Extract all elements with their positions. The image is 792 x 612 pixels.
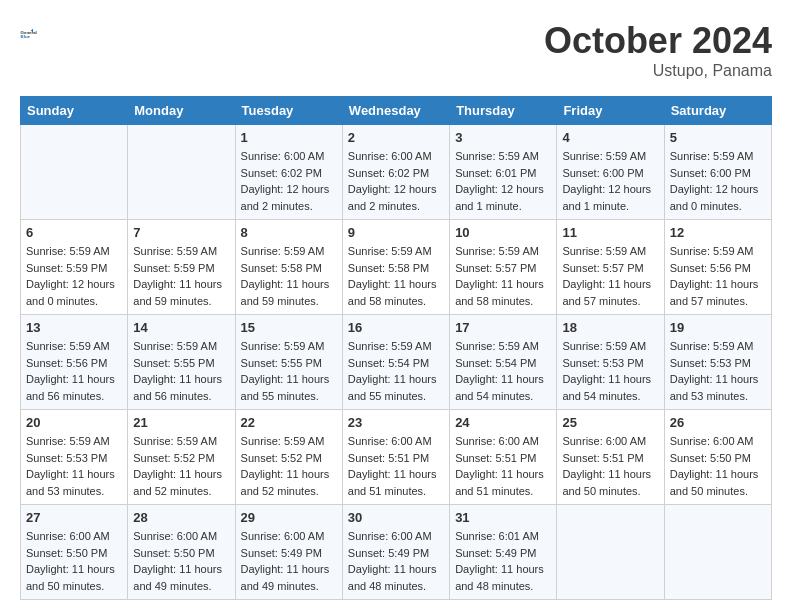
sunset-text: Sunset: 5:49 PM [348, 545, 444, 562]
day-detail: Sunrise: 5:59 AMSunset: 5:53 PMDaylight:… [26, 433, 122, 499]
sunrise-text: Sunrise: 5:59 AM [26, 243, 122, 260]
sunrise-text: Sunrise: 5:59 AM [133, 243, 229, 260]
calendar-cell [128, 125, 235, 220]
sunrise-text: Sunrise: 5:59 AM [455, 338, 551, 355]
sunset-text: Sunset: 5:53 PM [670, 355, 766, 372]
sunrise-text: Sunrise: 6:00 AM [26, 528, 122, 545]
day-number: 19 [670, 320, 766, 335]
day-detail: Sunrise: 5:59 AMSunset: 5:53 PMDaylight:… [562, 338, 658, 404]
sunset-text: Sunset: 5:51 PM [455, 450, 551, 467]
calendar-cell: 9Sunrise: 5:59 AMSunset: 5:58 PMDaylight… [342, 220, 449, 315]
calendar-header-row: Sunday Monday Tuesday Wednesday Thursday… [21, 97, 772, 125]
calendar-cell: 23Sunrise: 6:00 AMSunset: 5:51 PMDayligh… [342, 410, 449, 505]
daylight-text: Daylight: 11 hours and 56 minutes. [133, 371, 229, 404]
day-detail: Sunrise: 5:59 AMSunset: 6:00 PMDaylight:… [562, 148, 658, 214]
daylight-text: Daylight: 11 hours and 49 minutes. [133, 561, 229, 594]
page-header: General Blue October 2024 Ustupo, Panama [20, 20, 772, 80]
day-number: 23 [348, 415, 444, 430]
sunset-text: Sunset: 6:00 PM [562, 165, 658, 182]
calendar-cell: 10Sunrise: 5:59 AMSunset: 5:57 PMDayligh… [450, 220, 557, 315]
sunset-text: Sunset: 5:50 PM [26, 545, 122, 562]
day-detail: Sunrise: 5:59 AMSunset: 5:58 PMDaylight:… [348, 243, 444, 309]
calendar-table: Sunday Monday Tuesday Wednesday Thursday… [20, 96, 772, 600]
day-detail: Sunrise: 5:59 AMSunset: 5:54 PMDaylight:… [348, 338, 444, 404]
calendar-cell: 31Sunrise: 6:01 AMSunset: 5:49 PMDayligh… [450, 505, 557, 600]
day-number: 22 [241, 415, 337, 430]
day-detail: Sunrise: 6:00 AMSunset: 5:51 PMDaylight:… [562, 433, 658, 499]
sunset-text: Sunset: 6:00 PM [670, 165, 766, 182]
logo-icon: General Blue [20, 20, 48, 48]
sunset-text: Sunset: 5:53 PM [562, 355, 658, 372]
sunset-text: Sunset: 5:55 PM [133, 355, 229, 372]
calendar-cell: 20Sunrise: 5:59 AMSunset: 5:53 PMDayligh… [21, 410, 128, 505]
day-number: 3 [455, 130, 551, 145]
calendar-cell: 21Sunrise: 5:59 AMSunset: 5:52 PMDayligh… [128, 410, 235, 505]
day-detail: Sunrise: 5:59 AMSunset: 5:59 PMDaylight:… [26, 243, 122, 309]
header-saturday: Saturday [664, 97, 771, 125]
day-number: 29 [241, 510, 337, 525]
daylight-text: Daylight: 11 hours and 59 minutes. [241, 276, 337, 309]
header-wednesday: Wednesday [342, 97, 449, 125]
sunset-text: Sunset: 5:56 PM [670, 260, 766, 277]
sunrise-text: Sunrise: 5:59 AM [670, 243, 766, 260]
daylight-text: Daylight: 11 hours and 48 minutes. [348, 561, 444, 594]
day-number: 17 [455, 320, 551, 335]
sunset-text: Sunset: 5:55 PM [241, 355, 337, 372]
sunrise-text: Sunrise: 5:59 AM [670, 148, 766, 165]
daylight-text: Daylight: 11 hours and 56 minutes. [26, 371, 122, 404]
sunrise-text: Sunrise: 6:00 AM [133, 528, 229, 545]
daylight-text: Daylight: 11 hours and 59 minutes. [133, 276, 229, 309]
day-detail: Sunrise: 5:59 AMSunset: 5:58 PMDaylight:… [241, 243, 337, 309]
day-number: 4 [562, 130, 658, 145]
calendar-cell: 6Sunrise: 5:59 AMSunset: 5:59 PMDaylight… [21, 220, 128, 315]
sunrise-text: Sunrise: 6:00 AM [348, 148, 444, 165]
day-detail: Sunrise: 6:01 AMSunset: 5:49 PMDaylight:… [455, 528, 551, 594]
day-detail: Sunrise: 5:59 AMSunset: 5:52 PMDaylight:… [133, 433, 229, 499]
daylight-text: Daylight: 11 hours and 57 minutes. [562, 276, 658, 309]
sunset-text: Sunset: 5:59 PM [26, 260, 122, 277]
header-tuesday: Tuesday [235, 97, 342, 125]
day-number: 20 [26, 415, 122, 430]
sunset-text: Sunset: 5:50 PM [670, 450, 766, 467]
calendar-cell: 12Sunrise: 5:59 AMSunset: 5:56 PMDayligh… [664, 220, 771, 315]
sunrise-text: Sunrise: 6:00 AM [348, 433, 444, 450]
daylight-text: Daylight: 11 hours and 58 minutes. [455, 276, 551, 309]
calendar-cell: 28Sunrise: 6:00 AMSunset: 5:50 PMDayligh… [128, 505, 235, 600]
daylight-text: Daylight: 12 hours and 2 minutes. [241, 181, 337, 214]
sunset-text: Sunset: 6:02 PM [348, 165, 444, 182]
daylight-text: Daylight: 11 hours and 49 minutes. [241, 561, 337, 594]
calendar-cell: 22Sunrise: 5:59 AMSunset: 5:52 PMDayligh… [235, 410, 342, 505]
day-number: 10 [455, 225, 551, 240]
month-year-title: October 2024 [544, 20, 772, 62]
sunset-text: Sunset: 5:49 PM [455, 545, 551, 562]
day-detail: Sunrise: 6:00 AMSunset: 5:49 PMDaylight:… [348, 528, 444, 594]
daylight-text: Daylight: 12 hours and 1 minute. [562, 181, 658, 214]
sunset-text: Sunset: 5:56 PM [26, 355, 122, 372]
calendar-cell [664, 505, 771, 600]
sunrise-text: Sunrise: 5:59 AM [562, 243, 658, 260]
day-detail: Sunrise: 5:59 AMSunset: 5:57 PMDaylight:… [562, 243, 658, 309]
day-detail: Sunrise: 5:59 AMSunset: 6:01 PMDaylight:… [455, 148, 551, 214]
sunrise-text: Sunrise: 5:59 AM [670, 338, 766, 355]
day-number: 5 [670, 130, 766, 145]
sunrise-text: Sunrise: 5:59 AM [133, 433, 229, 450]
sunset-text: Sunset: 6:01 PM [455, 165, 551, 182]
sunrise-text: Sunrise: 5:59 AM [348, 243, 444, 260]
daylight-text: Daylight: 11 hours and 50 minutes. [670, 466, 766, 499]
day-number: 14 [133, 320, 229, 335]
sunrise-text: Sunrise: 5:59 AM [348, 338, 444, 355]
day-number: 24 [455, 415, 551, 430]
day-number: 31 [455, 510, 551, 525]
day-detail: Sunrise: 6:00 AMSunset: 6:02 PMDaylight:… [241, 148, 337, 214]
day-detail: Sunrise: 5:59 AMSunset: 5:56 PMDaylight:… [26, 338, 122, 404]
day-number: 27 [26, 510, 122, 525]
day-number: 6 [26, 225, 122, 240]
title-area: October 2024 Ustupo, Panama [544, 20, 772, 80]
calendar-week-row: 27Sunrise: 6:00 AMSunset: 5:50 PMDayligh… [21, 505, 772, 600]
sunrise-text: Sunrise: 6:00 AM [455, 433, 551, 450]
day-number: 7 [133, 225, 229, 240]
day-number: 21 [133, 415, 229, 430]
calendar-cell: 15Sunrise: 5:59 AMSunset: 5:55 PMDayligh… [235, 315, 342, 410]
day-number: 9 [348, 225, 444, 240]
day-number: 16 [348, 320, 444, 335]
